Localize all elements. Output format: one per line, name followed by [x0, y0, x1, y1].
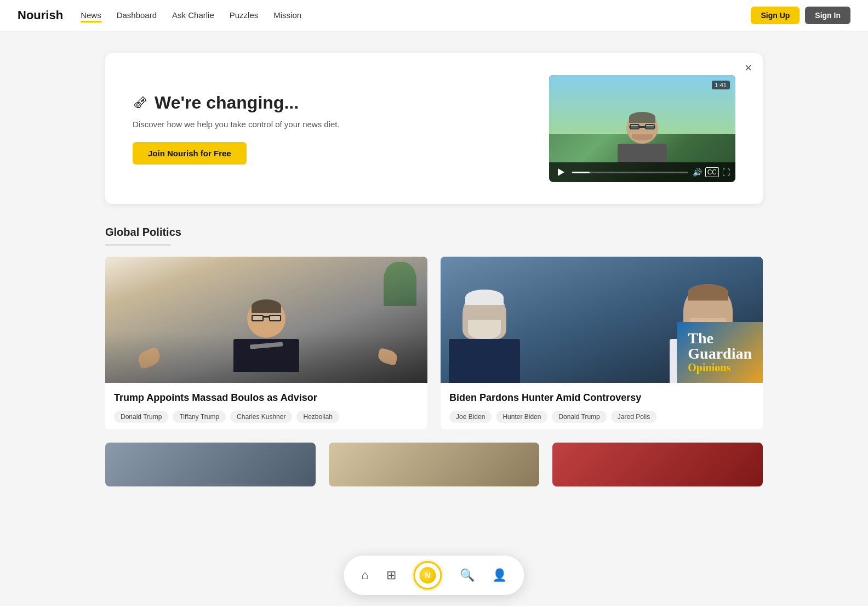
section-title: Global Politics: [105, 226, 763, 239]
articles-grid: Trump Appoints Massad Boulos as Advisor …: [105, 257, 763, 429]
nav-item-news[interactable]: News: [81, 10, 101, 20]
video-progress-bar[interactable]: [572, 172, 688, 173]
nav-actions: Sign Up Sign In: [751, 7, 850, 24]
video-controls-right: 🔊 CC ⛶: [693, 167, 730, 177]
tag[interactable]: Donald Trump: [114, 411, 168, 423]
article-image-small-1: [105, 443, 316, 486]
nav-item-puzzles[interactable]: Puzzles: [230, 10, 259, 20]
tag[interactable]: Joe Biden: [449, 411, 492, 423]
signup-button[interactable]: Sign Up: [751, 7, 800, 24]
brand-logo[interactable]: Nourish: [18, 8, 63, 22]
captions-icon[interactable]: CC: [705, 167, 719, 177]
article-body-1: Trump Appoints Massad Boulos as Advisor …: [105, 383, 427, 429]
join-button[interactable]: Join Nourish for Free: [133, 142, 247, 165]
promo-video: 1:41 🔊 CC ⛶: [549, 75, 735, 182]
video-progress-fill: [572, 172, 590, 173]
tag[interactable]: Charles Kushner: [230, 411, 292, 423]
article-image-small-2: [329, 443, 539, 486]
article-tags-2: Joe Biden Hunter Biden Donald Trump Jare…: [449, 411, 754, 423]
article-card-small-1[interactable]: [105, 443, 316, 486]
article-tags-1: Donald Trump Tiffany Trump Charles Kushn…: [114, 411, 419, 423]
guardian-overlay: The Guardian Opinions: [677, 322, 763, 383]
article-image-1: [105, 257, 427, 383]
tag[interactable]: Donald Trump: [552, 411, 606, 423]
promo-close-button[interactable]: ×: [745, 62, 752, 74]
article-title-2: Biden Pardons Hunter Amid Controversy: [449, 392, 754, 404]
main-content: × 🗞 We're changing... Discover how we he…: [83, 31, 785, 530]
promo-icon-title: 🗞 We're changing...: [133, 93, 527, 113]
play-icon: [558, 168, 564, 176]
tag[interactable]: Hunter Biden: [496, 411, 547, 423]
article-card-1[interactable]: Trump Appoints Massad Boulos as Advisor …: [105, 257, 427, 429]
navbar: Nourish News Dashboard Ask Charlie Puzzl…: [0, 0, 868, 31]
nav-item-ask-charlie[interactable]: Ask Charlie: [172, 10, 214, 20]
nav-item-dashboard[interactable]: Dashboard: [117, 10, 157, 20]
tag[interactable]: Hezbollah: [296, 411, 339, 423]
video-controls: 🔊 CC ⛶: [549, 162, 735, 182]
articles-row-bottom: [105, 443, 763, 486]
video-play-button[interactable]: [555, 166, 568, 179]
section-header: Global Politics: [105, 226, 763, 246]
nav-links: News Dashboard Ask Charlie Puzzles Missi…: [81, 10, 751, 20]
article-image-small-3: [552, 443, 763, 486]
newspaper-icon: 🗞: [133, 94, 148, 112]
fullscreen-icon[interactable]: ⛶: [722, 168, 730, 177]
article-title-1: Trump Appoints Massad Boulos as Advisor: [114, 392, 419, 404]
promo-subtext: Discover how we help you take control of…: [133, 120, 527, 129]
article-body-2: Biden Pardons Hunter Amid Controversy Jo…: [441, 383, 763, 429]
article-card-2[interactable]: The Guardian Opinions Biden Pardons Hunt…: [441, 257, 763, 429]
article-image-2: The Guardian Opinions: [441, 257, 763, 383]
article-card-small-3[interactable]: [552, 443, 763, 486]
signin-button[interactable]: Sign In: [805, 7, 850, 24]
tag[interactable]: Tiffany Trump: [173, 411, 226, 423]
promo-card: × 🗞 We're changing... Discover how we he…: [105, 53, 763, 204]
article-card-small-2[interactable]: [329, 443, 539, 486]
promo-headline: We're changing...: [155, 93, 299, 113]
section-divider: [105, 244, 171, 246]
tag[interactable]: Jared Polis: [611, 411, 656, 423]
nav-item-mission[interactable]: Mission: [273, 10, 301, 20]
promo-text: 🗞 We're changing... Discover how we help…: [133, 93, 527, 165]
video-timestamp: 1:41: [712, 81, 730, 89]
volume-icon[interactable]: 🔊: [693, 168, 702, 177]
